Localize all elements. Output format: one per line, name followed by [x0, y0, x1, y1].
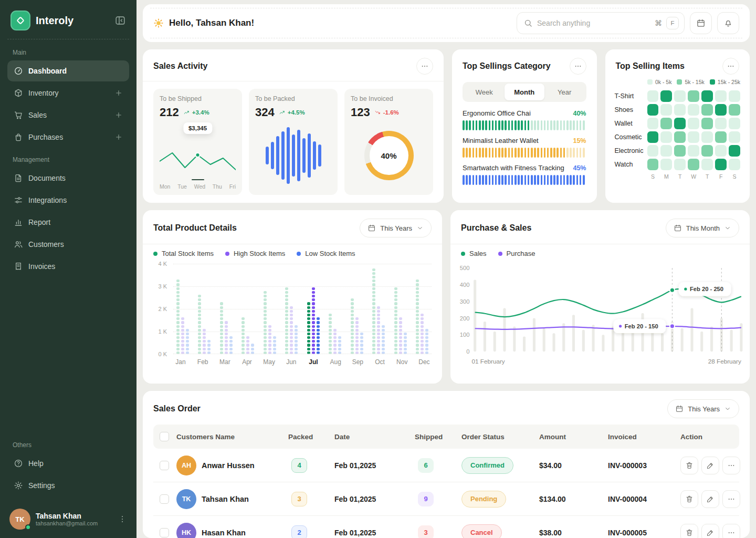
delete-button[interactable]: [680, 490, 698, 508]
tab-week[interactable]: Week: [464, 84, 505, 100]
row-checkbox[interactable]: [160, 494, 169, 504]
bar-tick: [472, 148, 475, 158]
heatmap-legend-item: 15k - 25k: [710, 79, 740, 85]
sidebar-item-integrations[interactable]: Integrations: [7, 190, 129, 211]
product-details-filter[interactable]: This Years: [360, 219, 432, 237]
top-items-title: Top Selling Items: [616, 61, 685, 71]
month-group: [307, 287, 320, 354]
heatmap-col-label: F: [715, 173, 727, 180]
column-header: Amount: [539, 433, 608, 441]
category-percent: 15%: [573, 137, 586, 144]
product-details-title: Total Product Details: [153, 223, 237, 233]
sidebar-section: MainDashboardInventorySalesPurchases: [7, 42, 129, 149]
tab-month[interactable]: Month: [505, 84, 545, 100]
select-all-checkbox[interactable]: [160, 432, 169, 441]
bar-tick: [495, 175, 497, 185]
legend-item: Sales: [461, 250, 487, 257]
user-menu-icon[interactable]: [118, 514, 127, 524]
sales-order-filter[interactable]: This Years: [667, 399, 739, 418]
sidebar-user-card[interactable]: TK Tahsan Khan tahsankhan@gmail.com: [7, 501, 129, 530]
legend-item: Low Stock Items: [297, 250, 355, 257]
sidebar-item-documents[interactable]: Documents: [7, 168, 129, 189]
pencil-icon: [706, 461, 715, 470]
sidebar-item-purchases[interactable]: Purchases: [7, 127, 129, 148]
bar: [281, 131, 285, 180]
product-details-legend: Total Stock ItemsHigh Stock ItemsLow Sto…: [143, 244, 442, 260]
stat-value: 324: [255, 106, 275, 119]
sidebar-item-settings[interactable]: Settings: [7, 475, 129, 496]
bar-tick: [573, 175, 575, 185]
edit-button[interactable]: [701, 490, 719, 508]
bar-tick: [492, 120, 494, 130]
search-input[interactable]: [537, 19, 650, 27]
topbar-actions: ⌘ F: [517, 12, 739, 34]
stock-stack: [377, 306, 380, 354]
selected-day-marker: [192, 179, 204, 181]
calendar-icon: [368, 224, 376, 232]
sidebar-item-help[interactable]: Help: [7, 453, 129, 474]
more-button[interactable]: [722, 524, 740, 538]
month-group: [264, 291, 276, 354]
stock-stack: [285, 287, 288, 354]
tab-year[interactable]: Year: [544, 84, 585, 100]
stock-stack: [333, 329, 337, 354]
heatmap-cell: [647, 90, 659, 102]
sidebar-item-customers[interactable]: Customers: [7, 234, 129, 255]
filter-label: This Years: [380, 224, 412, 232]
delete-button[interactable]: [680, 457, 698, 474]
add-purchases-button[interactable]: [114, 133, 123, 141]
stock-stack: [176, 280, 180, 354]
table-row: TKTahsan Khan3Feb 01,20259Pending$134.00…: [153, 482, 739, 516]
heatmap-row-label: T-Shirt: [615, 92, 645, 100]
row-checkbox[interactable]: [160, 461, 169, 470]
sidebar-item-label: Invoices: [28, 262, 123, 271]
top-category-menu-button[interactable]: [570, 58, 586, 75]
purchase-sales-filter[interactable]: This Month: [666, 219, 739, 237]
bar-tick: [583, 148, 585, 158]
heatmap-cell: [701, 159, 713, 170]
sidebar-item-label: Documents: [28, 174, 123, 182]
stat-tile: To be Invoiced123-1.6%40%: [344, 89, 433, 195]
stock-stack: [338, 336, 341, 354]
heatmap-cell: [729, 90, 740, 102]
notifications-button[interactable]: [717, 12, 739, 34]
stock-stack: [360, 333, 363, 354]
bar-tick: [495, 148, 497, 158]
sidebar-item-report[interactable]: Report: [7, 212, 129, 233]
sidebar-item-inventory[interactable]: Inventory: [7, 82, 129, 104]
bar-tick: [514, 120, 517, 130]
column-header: Order Status: [461, 433, 539, 441]
bar-tick: [556, 120, 559, 130]
stock-stack: [290, 306, 293, 354]
top-items-menu-button[interactable]: [722, 58, 739, 75]
search-box[interactable]: ⌘ F: [517, 12, 685, 34]
sidebar-item-invoices[interactable]: Invoices: [7, 256, 129, 277]
heatmap-cell: [660, 90, 672, 102]
calendar-button[interactable]: [690, 12, 712, 34]
sales-activity-menu-button[interactable]: [416, 58, 433, 75]
sidebar-item-sales[interactable]: Sales: [7, 105, 129, 126]
heatmap-cell: [660, 145, 672, 157]
sidebar-item-dashboard[interactable]: Dashboard: [7, 60, 129, 81]
add-sales-button[interactable]: [114, 111, 123, 119]
edit-button[interactable]: [701, 457, 719, 474]
add-inventory-button[interactable]: [114, 89, 123, 97]
more-button[interactable]: [722, 457, 740, 474]
sales-activity-title: Sales Activity: [153, 61, 207, 71]
more-button[interactable]: [722, 490, 740, 508]
invoice-number: INV-000004: [608, 495, 680, 503]
bar-tick: [511, 148, 513, 158]
row-checkbox[interactable]: [160, 528, 169, 537]
bar-tick: [482, 148, 484, 158]
heatmap-cell: [674, 131, 686, 143]
bar-tick: [528, 120, 530, 130]
collapse-sidebar-icon[interactable]: [114, 15, 126, 26]
gridline: [173, 264, 432, 264]
heatmap-cell: [674, 118, 686, 129]
delete-button[interactable]: [680, 524, 698, 538]
edit-button[interactable]: [701, 524, 719, 538]
bar-tick: [524, 120, 527, 130]
bar-tick: [489, 148, 491, 158]
heatmap-cell: [715, 159, 727, 170]
day-labels: MonTueWedThuFri: [160, 183, 236, 190]
